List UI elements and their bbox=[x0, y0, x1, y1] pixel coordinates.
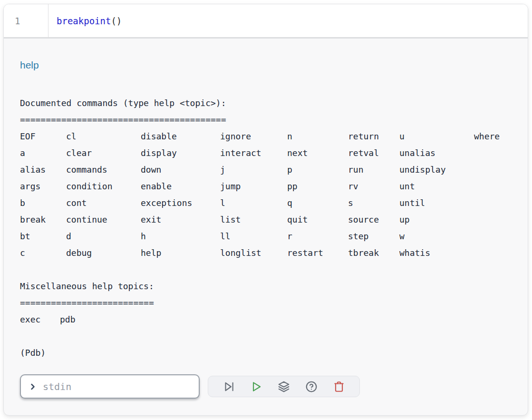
pdb-command: ll bbox=[220, 228, 231, 244]
pdb-command: return bbox=[348, 128, 379, 145]
documented-commands-title: Documented commands (type help <topic>): bbox=[20, 95, 512, 111]
code-builtin-token: breakpoint bbox=[57, 16, 111, 26]
skip-forward-icon bbox=[222, 381, 235, 393]
pdb-command: until bbox=[399, 195, 425, 211]
pdb-commands-table: EOFcldisableignorenreturnuwhereacleardis… bbox=[20, 128, 512, 261]
stdin-input[interactable] bbox=[42, 381, 193, 393]
pdb-command: l bbox=[220, 195, 225, 211]
pdb-command: exit bbox=[141, 211, 161, 228]
pdb-command-row: argsconditionenablejumppprvunt bbox=[20, 178, 512, 195]
pdb-command: c bbox=[20, 244, 25, 261]
echoed-command: help bbox=[20, 59, 512, 72]
pdb-command: args bbox=[20, 178, 40, 195]
pdb-command: commands bbox=[66, 161, 107, 178]
pdb-command: interact bbox=[220, 145, 261, 161]
pdb-command: disable bbox=[141, 128, 177, 145]
pdb-command: continue bbox=[66, 211, 107, 228]
pdb-command: w bbox=[399, 228, 405, 244]
pdb-command: s bbox=[348, 195, 353, 211]
pdb-command: down bbox=[141, 161, 161, 178]
pdb-command: rv bbox=[348, 178, 358, 195]
editor-output-divider bbox=[4, 37, 528, 39]
run-button[interactable] bbox=[249, 380, 263, 394]
pdb-command-row: EOFcldisableignorenreturnuwhere bbox=[20, 128, 512, 145]
pdb-command: alias bbox=[20, 161, 46, 178]
pdb-command: debug bbox=[66, 244, 92, 261]
pdb-command: d bbox=[66, 228, 71, 244]
pdb-command: longlist bbox=[220, 244, 261, 261]
pdb-command: jump bbox=[220, 178, 241, 195]
pdb-command-row: cdebughelplonglistrestarttbreakwhatis bbox=[20, 244, 512, 261]
pdb-command: clear bbox=[66, 145, 92, 161]
pdb-command: cl bbox=[66, 128, 77, 145]
pdb-command: list bbox=[220, 211, 241, 228]
misc-topic: exec bbox=[20, 311, 40, 328]
pdb-prompt: (Pdb) bbox=[20, 344, 512, 361]
terminal-output-panel: help Documented commands (type help <top… bbox=[4, 59, 528, 416]
debugger-window: 1 breakpoint() help Documented commands … bbox=[3, 4, 528, 416]
pdb-command: b bbox=[20, 195, 25, 211]
documented-commands-separator: ======================================== bbox=[20, 111, 512, 128]
pdb-command: where bbox=[474, 128, 500, 145]
pdb-command: up bbox=[399, 211, 410, 228]
debug-toolbar bbox=[208, 376, 360, 397]
pdb-command-row: aliascommandsdownjprunundisplay bbox=[20, 161, 512, 178]
blank-line bbox=[20, 261, 512, 278]
code-editor[interactable]: 1 breakpoint() bbox=[4, 4, 528, 37]
pdb-command: ignore bbox=[220, 128, 251, 145]
step-next-button[interactable] bbox=[222, 380, 236, 394]
pdb-command-row: breakcontinueexitlistquitsourceup bbox=[20, 211, 512, 228]
pdb-command-row: acleardisplayinteractnextretvalunalias bbox=[20, 145, 512, 161]
pdb-command: next bbox=[287, 145, 308, 161]
misc-topics-row: execpdb bbox=[20, 311, 512, 328]
pdb-command: help bbox=[141, 244, 161, 261]
pdb-command: restart bbox=[287, 244, 323, 261]
prompt-chevron-icon bbox=[28, 382, 38, 391]
pdb-command: retval bbox=[348, 145, 379, 161]
misc-topic: pdb bbox=[60, 311, 76, 328]
code-punctuation-token: () bbox=[111, 16, 122, 26]
pdb-command: n bbox=[287, 128, 292, 145]
layers-icon bbox=[278, 381, 290, 393]
pdb-command: a bbox=[20, 145, 25, 161]
stdin-box[interactable] bbox=[20, 374, 200, 399]
pdb-command-row: btdhllrstepw bbox=[20, 228, 512, 244]
pdb-command: quit bbox=[287, 211, 308, 228]
pdb-command: enable bbox=[141, 178, 172, 195]
pdb-command: EOF bbox=[20, 128, 36, 145]
play-icon bbox=[250, 381, 262, 393]
pdb-help-output: Documented commands (type help <topic>):… bbox=[20, 95, 512, 361]
pdb-command: whatis bbox=[399, 244, 430, 261]
pdb-command: condition bbox=[66, 178, 113, 195]
pdb-command: run bbox=[348, 161, 364, 178]
input-bar bbox=[20, 374, 512, 399]
pdb-command: tbreak bbox=[348, 244, 379, 261]
pdb-command: step bbox=[348, 228, 368, 244]
pdb-command: display bbox=[141, 145, 177, 161]
pdb-command: p bbox=[287, 161, 292, 178]
pdb-command: bt bbox=[20, 228, 30, 244]
pdb-command-row: bcontexceptionslqsuntil bbox=[20, 195, 512, 211]
line-number: 1 bbox=[4, 16, 20, 26]
pdb-command: u bbox=[399, 128, 405, 145]
pdb-command: unt bbox=[399, 178, 415, 195]
pdb-command: pp bbox=[287, 178, 298, 195]
question-circle-icon bbox=[305, 381, 318, 393]
misc-topics-title: Miscellaneous help topics: bbox=[20, 278, 512, 294]
pdb-command: unalias bbox=[399, 145, 435, 161]
pdb-command: break bbox=[20, 211, 46, 228]
clear-button[interactable] bbox=[332, 380, 346, 394]
pdb-command: undisplay bbox=[399, 161, 446, 178]
blank-line bbox=[20, 328, 512, 344]
pdb-command: j bbox=[220, 161, 225, 178]
help-button[interactable] bbox=[304, 380, 319, 394]
pdb-command: h bbox=[141, 228, 146, 244]
code-line[interactable]: breakpoint() bbox=[48, 4, 122, 37]
pdb-command: r bbox=[287, 228, 292, 244]
pdb-command: exceptions bbox=[141, 195, 192, 211]
pdb-command: cont bbox=[66, 195, 87, 211]
pdb-command: q bbox=[287, 195, 292, 211]
misc-topics-separator: ========================== bbox=[20, 294, 512, 311]
stack-view-button[interactable] bbox=[277, 380, 291, 394]
editor-gutter: 1 bbox=[4, 4, 48, 37]
